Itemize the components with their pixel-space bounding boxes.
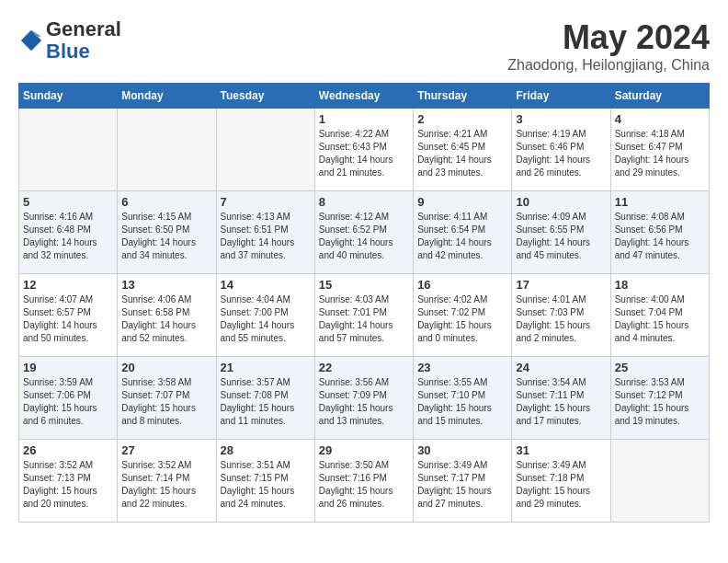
day-info: Sunrise: 3:49 AMSunset: 7:18 PMDaylight:… <box>516 459 606 511</box>
day-number: 3 <box>516 112 606 126</box>
calendar-day-cell: 25Sunrise: 3:53 AMSunset: 7:12 PMDayligh… <box>610 357 709 440</box>
calendar-day-cell: 14Sunrise: 4:04 AMSunset: 7:00 PMDayligh… <box>216 274 314 357</box>
calendar-week-row: 5Sunrise: 4:16 AMSunset: 6:48 PMDaylight… <box>19 191 710 274</box>
weekday-header-thursday: Thursday <box>414 84 512 109</box>
calendar-day-cell: 27Sunrise: 3:52 AMSunset: 7:14 PMDayligh… <box>118 440 216 523</box>
weekday-header-row: SundayMondayTuesdayWednesdayThursdayFrid… <box>19 84 710 109</box>
calendar-day-cell <box>19 109 118 191</box>
day-number: 25 <box>615 361 705 374</box>
weekday-header-sunday: Sunday <box>19 84 118 109</box>
day-number: 30 <box>417 443 507 457</box>
calendar-day-cell: 3Sunrise: 4:19 AMSunset: 6:46 PMDaylight… <box>512 109 610 191</box>
day-info: Sunrise: 4:07 AMSunset: 6:57 PMDaylight:… <box>23 293 113 345</box>
day-number: 4 <box>615 112 705 126</box>
calendar-day-cell: 9Sunrise: 4:11 AMSunset: 6:54 PMDaylight… <box>414 191 512 274</box>
calendar-day-cell: 20Sunrise: 3:58 AMSunset: 7:07 PMDayligh… <box>118 357 216 440</box>
day-number: 27 <box>121 443 211 457</box>
weekday-header-tuesday: Tuesday <box>216 84 314 109</box>
day-info: Sunrise: 3:52 AMSunset: 7:13 PMDaylight:… <box>23 459 113 511</box>
calendar-day-cell: 6Sunrise: 4:15 AMSunset: 6:50 PMDaylight… <box>118 191 216 274</box>
day-info: Sunrise: 4:16 AMSunset: 6:48 PMDaylight:… <box>23 211 113 262</box>
calendar-day-cell: 17Sunrise: 4:01 AMSunset: 7:03 PMDayligh… <box>512 274 610 357</box>
day-info: Sunrise: 3:54 AMSunset: 7:11 PMDaylight:… <box>516 376 606 428</box>
day-info: Sunrise: 4:15 AMSunset: 6:50 PMDaylight:… <box>121 211 211 262</box>
calendar-day-cell: 5Sunrise: 4:16 AMSunset: 6:48 PMDaylight… <box>19 191 118 274</box>
day-number: 15 <box>319 278 409 292</box>
day-info: Sunrise: 3:55 AMSunset: 7:10 PMDaylight:… <box>417 376 507 428</box>
calendar-day-cell: 1Sunrise: 4:22 AMSunset: 6:43 PMDaylight… <box>314 109 413 191</box>
calendar-day-cell: 10Sunrise: 4:09 AMSunset: 6:55 PMDayligh… <box>512 191 610 274</box>
day-number: 6 <box>121 195 211 209</box>
calendar-day-cell <box>216 109 314 191</box>
weekday-header-saturday: Saturday <box>610 84 709 109</box>
day-info: Sunrise: 4:04 AMSunset: 7:00 PMDaylight:… <box>221 293 311 345</box>
day-info: Sunrise: 3:59 AMSunset: 7:06 PMDaylight:… <box>23 376 113 428</box>
calendar-day-cell: 23Sunrise: 3:55 AMSunset: 7:10 PMDayligh… <box>414 357 512 440</box>
calendar-day-cell: 7Sunrise: 4:13 AMSunset: 6:51 PMDaylight… <box>216 191 314 274</box>
weekday-header-wednesday: Wednesday <box>314 84 413 109</box>
day-info: Sunrise: 3:57 AMSunset: 7:08 PMDaylight:… <box>221 376 311 428</box>
day-number: 24 <box>516 361 606 374</box>
day-number: 13 <box>121 278 211 292</box>
calendar-day-cell: 26Sunrise: 3:52 AMSunset: 7:13 PMDayligh… <box>19 440 118 523</box>
calendar-day-cell: 22Sunrise: 3:56 AMSunset: 7:09 PMDayligh… <box>314 357 413 440</box>
day-info: Sunrise: 4:09 AMSunset: 6:55 PMDaylight:… <box>516 211 606 262</box>
calendar-table: SundayMondayTuesdayWednesdayThursdayFrid… <box>18 83 710 523</box>
logo: General Blue <box>18 18 121 63</box>
calendar-day-cell: 30Sunrise: 3:49 AMSunset: 7:17 PMDayligh… <box>414 440 512 523</box>
day-number: 7 <box>221 195 311 209</box>
calendar-day-cell: 11Sunrise: 4:08 AMSunset: 6:56 PMDayligh… <box>610 191 709 274</box>
location-subtitle: Zhaodong, Heilongjiang, China <box>507 57 710 74</box>
day-number: 26 <box>23 443 113 457</box>
month-year-title: May 2024 <box>507 18 710 57</box>
calendar-day-cell: 12Sunrise: 4:07 AMSunset: 6:57 PMDayligh… <box>19 274 118 357</box>
logo-general-text: General <box>46 17 121 40</box>
day-info: Sunrise: 4:01 AMSunset: 7:03 PMDaylight:… <box>516 293 606 345</box>
day-number: 10 <box>516 195 606 209</box>
calendar-day-cell: 31Sunrise: 3:49 AMSunset: 7:18 PMDayligh… <box>512 440 610 523</box>
day-info: Sunrise: 4:13 AMSunset: 6:51 PMDaylight:… <box>221 211 311 262</box>
calendar-week-row: 26Sunrise: 3:52 AMSunset: 7:13 PMDayligh… <box>19 440 710 523</box>
day-number: 9 <box>417 195 507 209</box>
day-info: Sunrise: 4:00 AMSunset: 7:04 PMDaylight:… <box>615 293 705 345</box>
day-info: Sunrise: 4:08 AMSunset: 6:56 PMDaylight:… <box>615 211 705 262</box>
day-number: 1 <box>319 112 409 126</box>
day-number: 2 <box>417 112 507 126</box>
calendar-day-cell: 29Sunrise: 3:50 AMSunset: 7:16 PMDayligh… <box>314 440 413 523</box>
calendar-day-cell: 28Sunrise: 3:51 AMSunset: 7:15 PMDayligh… <box>216 440 314 523</box>
calendar-day-cell: 19Sunrise: 3:59 AMSunset: 7:06 PMDayligh… <box>19 357 118 440</box>
day-info: Sunrise: 3:50 AMSunset: 7:16 PMDaylight:… <box>319 459 409 511</box>
day-info: Sunrise: 4:03 AMSunset: 7:01 PMDaylight:… <box>319 293 409 345</box>
day-info: Sunrise: 3:52 AMSunset: 7:14 PMDaylight:… <box>121 459 211 511</box>
weekday-header-friday: Friday <box>512 84 610 109</box>
day-number: 5 <box>23 195 113 209</box>
day-info: Sunrise: 4:02 AMSunset: 7:02 PMDaylight:… <box>417 293 507 345</box>
day-info: Sunrise: 4:12 AMSunset: 6:52 PMDaylight:… <box>319 211 409 262</box>
day-number: 29 <box>319 443 409 457</box>
day-info: Sunrise: 3:51 AMSunset: 7:15 PMDaylight:… <box>221 459 311 511</box>
calendar-week-row: 19Sunrise: 3:59 AMSunset: 7:06 PMDayligh… <box>19 357 710 440</box>
logo-icon <box>18 28 44 53</box>
day-number: 21 <box>221 361 311 374</box>
calendar-day-cell: 2Sunrise: 4:21 AMSunset: 6:45 PMDaylight… <box>414 109 512 191</box>
calendar-day-cell <box>610 440 709 523</box>
day-number: 16 <box>417 278 507 292</box>
title-block: May 2024 Zhaodong, Heilongjiang, China <box>507 18 710 74</box>
day-number: 20 <box>121 361 211 374</box>
day-info: Sunrise: 4:06 AMSunset: 6:58 PMDaylight:… <box>121 293 211 345</box>
calendar-week-row: 1Sunrise: 4:22 AMSunset: 6:43 PMDaylight… <box>19 109 710 191</box>
day-number: 12 <box>23 278 113 292</box>
day-number: 8 <box>319 195 409 209</box>
day-number: 19 <box>23 361 113 374</box>
calendar-day-cell: 15Sunrise: 4:03 AMSunset: 7:01 PMDayligh… <box>314 274 413 357</box>
day-info: Sunrise: 3:58 AMSunset: 7:07 PMDaylight:… <box>121 376 211 428</box>
day-info: Sunrise: 4:19 AMSunset: 6:46 PMDaylight:… <box>516 128 606 179</box>
calendar-day-cell: 21Sunrise: 3:57 AMSunset: 7:08 PMDayligh… <box>216 357 314 440</box>
day-number: 11 <box>615 195 705 209</box>
calendar-week-row: 12Sunrise: 4:07 AMSunset: 6:57 PMDayligh… <box>19 274 710 357</box>
weekday-header-monday: Monday <box>118 84 216 109</box>
calendar-day-cell: 18Sunrise: 4:00 AMSunset: 7:04 PMDayligh… <box>610 274 709 357</box>
page-header: General Blue May 2024 Zhaodong, Heilongj… <box>18 18 710 74</box>
day-info: Sunrise: 3:56 AMSunset: 7:09 PMDaylight:… <box>319 376 409 428</box>
day-number: 28 <box>221 443 311 457</box>
